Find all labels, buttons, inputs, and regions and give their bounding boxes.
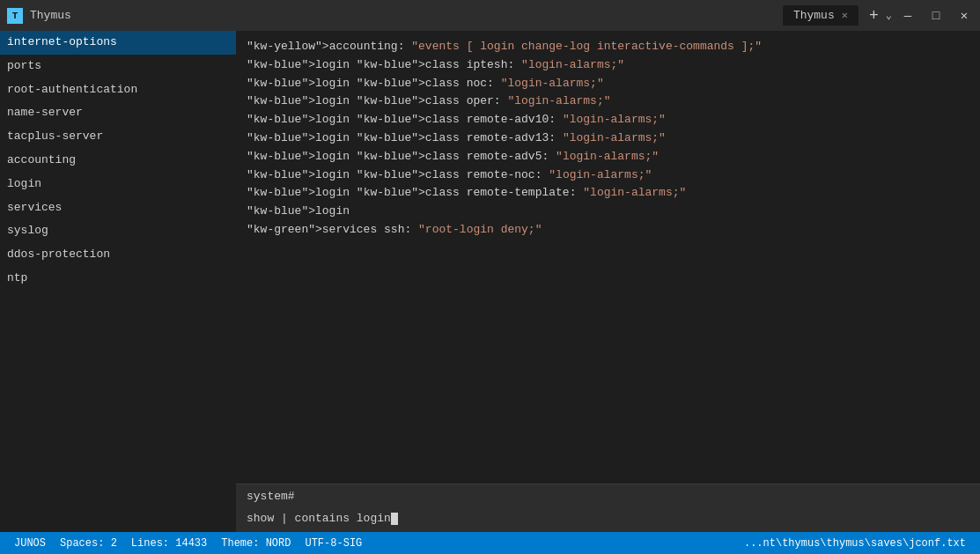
sidebar-item-accounting[interactable]: accounting [0,149,236,173]
code-line: "kw-blue">login "kw-blue">class remote-a… [247,111,969,129]
sidebar-item-ports[interactable]: ports [0,55,236,78]
sidebar-item-login[interactable]: login [0,173,236,196]
main-area: internet-optionsportsroot-authentication… [0,31,980,532]
terminal-prompt: system# [236,484,980,508]
sidebar-item-root-authentication[interactable]: root-authentication [0,78,236,102]
sidebar-item-name-server[interactable]: name-server [0,101,236,125]
close-button[interactable]: ✕ [955,8,973,23]
content-area: "kw-yellow">accounting: "events [ login … [236,31,980,532]
sidebar-item-ddos-protection[interactable]: ddos-protection [0,243,236,267]
terminal-cursor [391,513,398,525]
terminal-input-line[interactable]: show | contains login [236,508,980,532]
code-line: "kw-blue">login "kw-blue">class remote-a… [247,148,969,166]
sidebar-item-services[interactable]: services [0,196,236,220]
statusbar: JUNOS Spaces: 2 Lines: 14433 Theme: NORD… [0,532,980,554]
status-lines[interactable]: Lines: 14433 [124,532,214,554]
status-encoding[interactable]: UTF-8-SIG [298,532,369,554]
app-name: Thymus [30,9,776,22]
maximize-button[interactable]: □ [927,9,945,23]
code-line: "kw-blue">login "kw-blue">class remote-t… [247,184,969,203]
code-view[interactable]: "kw-yellow">accounting: "events [ login … [236,31,980,484]
status-filepath: ...nt\thymus\thymus\saves\jconf.txt [737,532,973,554]
code-line: "kw-blue">login "kw-blue">class iptesh: … [247,56,969,75]
sidebar-item-syslog[interactable]: syslog [0,219,236,243]
code-line: "kw-blue">login "kw-blue">class remote-n… [247,166,969,185]
status-theme[interactable]: Theme: NORD [214,532,298,554]
titlebar: T Thymus Thymus ✕ + ⌄ — □ ✕ [0,0,980,31]
app-icon-letter: T [12,11,18,21]
minimize-button[interactable]: — [899,9,917,23]
code-line: "kw-blue">login "kw-blue">class noc: "lo… [247,75,969,93]
code-line: "kw-green">services ssh: "root-login den… [247,221,969,240]
window-controls: — □ ✕ [899,8,973,23]
tab-chevron-button[interactable]: ⌄ [886,9,892,22]
tab-thymus[interactable]: Thymus ✕ [783,5,858,26]
code-line: "kw-yellow">accounting: "events [ login … [247,38,969,56]
app-icon: T [7,8,23,24]
code-line: "kw-blue">login [247,203,969,221]
sidebar-item-internet-options[interactable]: internet-options [0,31,236,55]
code-line: "kw-blue">login "kw-blue">class remote-a… [247,129,969,148]
tab-label: Thymus [793,9,835,22]
code-line: "kw-blue">login "kw-blue">class oper: "l… [247,92,969,111]
sidebar-item-tacplus-server[interactable]: tacplus-server [0,125,236,149]
terminal-area: system# show | contains login [236,484,980,532]
sidebar-item-ntp[interactable]: ntp [0,267,236,291]
tab-close-button[interactable]: ✕ [842,9,848,22]
status-mode[interactable]: JUNOS [7,532,53,554]
terminal-command: show | contains login [247,512,391,525]
sidebar: internet-optionsportsroot-authentication… [0,31,236,532]
status-spaces[interactable]: Spaces: 2 [53,532,124,554]
new-tab-button[interactable]: + [869,7,879,25]
prompt-text: system# [247,490,295,503]
